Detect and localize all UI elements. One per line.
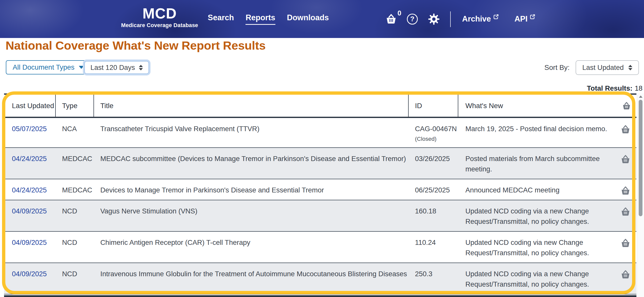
- row-id: 110.24: [409, 232, 458, 263]
- row-last-updated-link[interactable]: 04/09/2025: [12, 270, 47, 278]
- row-whats-new: March 19, 2025 - Posted final decision m…: [458, 118, 621, 147]
- page-title: National Coverage What's New Report Resu…: [6, 38, 266, 52]
- table-row: 04/09/2025 NCD Intravenous Immune Globul…: [4, 263, 636, 294]
- add-to-basket-icon[interactable]: [621, 154, 630, 164]
- table-header-row: Last Updated Type Title ID What's New: [4, 95, 636, 118]
- row-type: MEDCAC: [56, 179, 94, 200]
- results-table: Last Updated Type Title ID What's New 05…: [4, 93, 636, 294]
- row-last-updated-link[interactable]: 05/07/2025: [12, 125, 47, 133]
- row-whats-new: Updated NCD coding via a new Change Requ…: [458, 200, 621, 231]
- add-to-basket-icon[interactable]: [621, 238, 630, 248]
- scrollbar-up-arrow[interactable]: [637, 93, 644, 100]
- column-header-last-updated[interactable]: Last Updated: [4, 95, 56, 117]
- table-row: 05/07/2025 NCA Transcatheter Tricuspid V…: [4, 118, 636, 148]
- up-down-arrows-icon: [139, 65, 143, 70]
- row-id: 03/26/2025: [409, 148, 458, 179]
- nav-reports[interactable]: Reports: [245, 13, 275, 25]
- row-id: 160.18: [409, 200, 458, 231]
- sort-controls: Sort By: Last Updated: [544, 60, 639, 75]
- row-last-updated-link[interactable]: 04/09/2025: [12, 239, 47, 246]
- table-body: 05/07/2025 NCA Transcatheter Tricuspid V…: [4, 118, 636, 294]
- row-last-updated-link[interactable]: 04/24/2025: [12, 186, 47, 194]
- table-row: 04/09/2025 NCD Chimeric Antigen Receptor…: [4, 232, 636, 263]
- nav-downloads[interactable]: Downloads: [287, 13, 329, 25]
- row-id-note: (Closed): [415, 135, 458, 143]
- logo-subtitle: Medicare Coverage Database: [115, 22, 204, 29]
- header-external-links: Archive API: [462, 0, 535, 38]
- mcd-logo[interactable]: MCD Medicare Coverage Database: [115, 6, 204, 29]
- add-to-basket-icon[interactable]: [621, 207, 630, 216]
- date-range-select[interactable]: Last 120 Days: [84, 61, 149, 74]
- total-results-value: 18: [635, 84, 642, 92]
- caret-down-icon: [79, 66, 84, 69]
- table-bottom-edge: [4, 295, 636, 297]
- row-title: Vagus Nerve Stimulation (VNS): [94, 200, 409, 231]
- mcd-page: MCD Medicare Coverage Database Search Re…: [0, 0, 644, 297]
- document-type-filter[interactable]: All Document Types: [6, 60, 91, 74]
- row-id: 250.3: [409, 263, 458, 294]
- row-id-value: 110.24: [415, 239, 436, 246]
- row-id: 06/25/2025: [409, 179, 458, 200]
- table-row: 04/09/2025 NCD Vagus Nerve Stimulation (…: [4, 200, 636, 232]
- date-range-value: Last 120 Days: [90, 64, 135, 72]
- row-whats-new: Announced MEDCAC meeting: [458, 179, 621, 200]
- main-nav: Search Reports Downloads: [208, 0, 329, 38]
- archive-link[interactable]: Archive: [462, 14, 499, 24]
- row-type: NCD: [56, 263, 94, 294]
- row-id-value: 250.3: [415, 270, 432, 278]
- header-divider: [450, 11, 451, 27]
- scrollbar-thumb[interactable]: [639, 100, 642, 216]
- sort-by-label: Sort By:: [544, 64, 570, 72]
- row-whats-new: Posted materials from March subcommittee…: [458, 148, 621, 179]
- total-results: Total Results:18: [587, 84, 642, 92]
- row-title: Devices to Manage Tremor in Parkinson's …: [94, 179, 409, 200]
- column-header-type[interactable]: Type: [56, 95, 94, 117]
- row-id-value: 160.18: [415, 207, 436, 215]
- row-title: Intravenous Immune Globulin for the Trea…: [94, 263, 409, 294]
- column-header-whats-new[interactable]: What's New: [458, 95, 621, 117]
- row-type: NCA: [56, 118, 94, 147]
- column-header-title[interactable]: Title: [94, 95, 409, 117]
- row-id-value: CAG-00467N: [415, 125, 457, 133]
- basket-icon: [622, 102, 631, 110]
- add-to-basket-icon[interactable]: [621, 186, 630, 195]
- total-results-label: Total Results:: [587, 84, 633, 92]
- row-title: MEDCAC subcommittee (Devices to Manage T…: [94, 148, 409, 179]
- column-header-id[interactable]: ID: [409, 95, 458, 117]
- logo-title: MCD: [115, 6, 204, 21]
- external-link-icon: [493, 14, 499, 20]
- row-title: Transcatheter Tricuspid Valve Replacemen…: [94, 118, 409, 147]
- vertical-scrollbar[interactable]: [637, 93, 644, 297]
- api-link-label: API: [515, 14, 528, 24]
- add-to-basket-icon[interactable]: [621, 270, 630, 279]
- row-last-updated-link[interactable]: 04/09/2025: [12, 207, 47, 215]
- table-row: 04/24/2025 MEDCAC MEDCAC subcommittee (D…: [4, 148, 636, 179]
- up-down-arrows-icon: [628, 65, 632, 70]
- basket-count-badge: 0: [397, 9, 401, 17]
- document-type-filter-value: All Document Types: [13, 63, 74, 71]
- row-id-value: 03/26/2025: [415, 155, 450, 163]
- sort-by-value: Last Updated: [582, 64, 624, 72]
- row-last-updated-link[interactable]: 04/24/2025: [12, 155, 47, 163]
- column-header-basket[interactable]: [621, 95, 636, 117]
- row-type: NCD: [56, 232, 94, 263]
- basket-icon[interactable]: 0: [386, 13, 397, 25]
- row-whats-new: Updated NCD coding via new Change Reques…: [458, 232, 621, 263]
- add-to-basket-icon[interactable]: [621, 125, 630, 134]
- row-title: Chimeric Antigen Receptor (CAR) T-cell T…: [94, 232, 409, 263]
- row-type: MEDCAC: [56, 148, 94, 179]
- help-icon[interactable]: ?: [407, 14, 418, 25]
- nav-search[interactable]: Search: [208, 13, 234, 25]
- row-id-value: 06/25/2025: [415, 186, 450, 194]
- site-header: MCD Medicare Coverage Database Search Re…: [0, 0, 644, 38]
- table-row: 04/24/2025 MEDCAC Devices to Manage Trem…: [4, 179, 636, 200]
- sort-by-select[interactable]: Last Updated: [576, 60, 639, 75]
- external-link-icon: [529, 14, 535, 20]
- archive-link-label: Archive: [462, 14, 491, 24]
- row-whats-new: Updated NCD coding via a new Change Requ…: [458, 263, 621, 294]
- gear-icon[interactable]: [428, 13, 440, 25]
- header-icon-group: 0 ?: [386, 0, 440, 38]
- row-type: NCD: [56, 200, 94, 231]
- api-link[interactable]: API: [515, 14, 536, 24]
- row-id: CAG-00467N (Closed): [409, 118, 458, 147]
